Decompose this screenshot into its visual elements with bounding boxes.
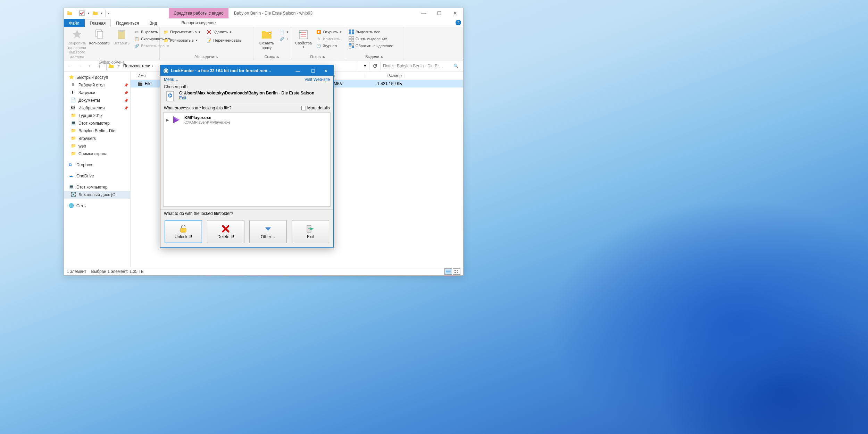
delete-button[interactable]: Delete It! <box>207 220 244 243</box>
qat-customize-icon[interactable]: ▾ <box>108 12 109 15</box>
folder-copy-icon: 📁 <box>163 37 169 43</box>
process-row[interactable]: ▶ KMPlayer.exe C:\KMPlayer\KMPlayer.exe <box>164 113 330 127</box>
copy-button[interactable]: Копировать <box>88 28 110 45</box>
item-count: 1 элемент <box>67 269 86 274</box>
tab-view[interactable]: Вид <box>144 19 162 27</box>
chevron-right-icon[interactable]: › <box>152 64 153 68</box>
pin-to-quick-access-button[interactable]: Закрепить на панели быстрого доступа <box>66 28 88 59</box>
exit-button[interactable]: Exit <box>292 220 329 243</box>
lockhunter-menubar: Menu… Visit Web-site <box>160 76 333 83</box>
folder-small-icon[interactable] <box>91 9 99 17</box>
edit-button[interactable]: ✎Изменить <box>315 35 343 42</box>
move-to-button[interactable]: 📁Переместить в ▼ <box>162 28 202 35</box>
lockhunter-title: LockHunter - a free 32 / 64 bit tool for… <box>171 68 288 73</box>
folder-move-icon: 📁 <box>163 29 169 35</box>
tab-file[interactable]: Файл <box>64 19 85 27</box>
kmplayer-icon <box>172 115 182 125</box>
nav-back-button[interactable]: ← <box>66 62 74 70</box>
nav-quick-access[interactable]: ⭐Быстрый доступ <box>64 74 130 81</box>
titlebar[interactable]: ▼ ▼ ▾ Средства работы с видео Babylon Be… <box>64 8 463 18</box>
ribbon-tabs: Файл Главная Поделиться Вид Воспроизведе… <box>64 18 463 27</box>
tab-playback[interactable]: Воспроизведение <box>169 19 228 27</box>
group-label-select: Выделить <box>347 54 401 59</box>
close-button[interactable]: ✕ <box>318 66 333 76</box>
search-input[interactable]: Поиск: Babylon Berlin - Die Er… 🔍 <box>381 62 461 70</box>
edit-path-link[interactable]: Edit <box>179 95 186 100</box>
checkbox-icon[interactable] <box>78 9 86 17</box>
close-button[interactable]: ✕ <box>447 8 463 18</box>
open-button[interactable]: Открыть ▼ <box>315 28 343 35</box>
details-view-button[interactable] <box>444 268 452 275</box>
chevron-down-icon[interactable]: ▼ <box>87 12 90 15</box>
contextual-tab-video[interactable]: Средства работы с видео <box>169 8 228 18</box>
easy-access-button[interactable]: 🔗▼ <box>278 35 290 42</box>
select-all-button[interactable]: Выделить все <box>347 28 395 35</box>
status-bar: 1 элемент Выбран 1 элемент: 1,35 ГБ <box>64 267 463 275</box>
history-button[interactable]: 🕑Журнал <box>315 42 343 49</box>
nav-folder[interactable]: 📁Babylon Berlin - Die <box>64 127 130 135</box>
nav-folder[interactable]: 📁web <box>64 142 130 150</box>
app-icon <box>163 68 169 74</box>
desktop-icon: 🖥 <box>71 82 76 88</box>
nav-forward-button[interactable]: → <box>76 62 84 70</box>
nav-folder[interactable]: 📁Снимки экрана <box>64 150 130 158</box>
minimize-button[interactable]: — <box>415 8 431 18</box>
folder-icon: 📁 <box>71 136 76 141</box>
folder-icon <box>66 9 74 17</box>
unlock-button[interactable]: Unlock It! <box>165 220 202 243</box>
nav-dropbox[interactable]: ⧉Dropbox <box>64 161 130 169</box>
process-list[interactable]: ▶ KMPlayer.exe C:\KMPlayer\KMPlayer.exe <box>163 112 331 207</box>
invert-selection-button[interactable]: Обратить выделение <box>347 42 395 49</box>
navigation-pane[interactable]: ⭐Быстрый доступ 🖥Рабочий стол📌 ⬇Загрузки… <box>64 72 131 267</box>
question-row: What processes are locking this file? Mo… <box>160 104 333 112</box>
more-details-checkbox[interactable]: More details <box>301 106 330 110</box>
nav-documents[interactable]: 📄Документы📌 <box>64 97 130 104</box>
nav-onedrive[interactable]: ☁OneDrive <box>64 172 130 180</box>
icons-view-button[interactable] <box>453 268 460 275</box>
website-link[interactable]: Visit Web-site <box>304 77 330 82</box>
select-none-button[interactable]: Снять выделение <box>347 35 395 42</box>
properties-icon <box>298 29 309 40</box>
expand-icon[interactable]: ▶ <box>166 118 169 122</box>
downloads-icon: ⬇ <box>71 90 76 95</box>
pin-icon: 📌 <box>124 91 128 95</box>
nav-desktop[interactable]: 🖥Рабочий стол📌 <box>64 81 130 89</box>
copy-to-button[interactable]: 📁Копировать в ▼ <box>162 37 202 44</box>
chevron-down-icon[interactable]: ▼ <box>100 12 103 15</box>
lockhunter-titlebar[interactable]: LockHunter - a free 32 / 64 bit tool for… <box>160 66 333 76</box>
nav-recent-button[interactable]: ▼ <box>85 62 94 70</box>
nav-downloads[interactable]: ⬇Загрузки📌 <box>64 89 130 97</box>
delete-button[interactable]: Удалить ▼ <box>205 28 243 35</box>
select-all-icon <box>349 29 354 35</box>
refresh-button[interactable] <box>371 62 379 70</box>
breadcrumb-users[interactable]: Пользователи <box>122 64 152 68</box>
nav-local-disk[interactable]: 💽Локальный диск (C <box>64 191 130 199</box>
menu-link[interactable]: Menu… <box>164 77 178 82</box>
maximize-button[interactable]: ☐ <box>431 8 447 18</box>
group-label-organize: Упорядочить <box>162 54 251 59</box>
new-item-button[interactable]: 📄▼ <box>278 28 290 35</box>
tab-home[interactable]: Главная <box>85 19 111 27</box>
other-button[interactable]: Other… <box>249 220 287 243</box>
tab-share[interactable]: Поделиться <box>111 19 144 27</box>
nav-folder[interactable]: 📁Турция 2017 <box>64 112 130 119</box>
nav-pictures[interactable]: 🖼Изображения📌 <box>64 104 130 112</box>
nav-up-button[interactable]: ↑ <box>95 62 103 70</box>
help-icon[interactable]: ? <box>456 20 461 25</box>
open-icon <box>316 29 322 35</box>
address-dropdown-button[interactable]: ▼ <box>361 62 369 70</box>
nav-folder[interactable]: 📁Browsers <box>64 135 130 142</box>
col-size[interactable]: Размер <box>365 73 405 78</box>
nav-this-pc[interactable]: 💻Этот компьютер <box>64 119 130 127</box>
rename-button[interactable]: 📝Переименовать <box>205 37 243 44</box>
nav-this-pc-root[interactable]: 💻Этот компьютер <box>64 183 130 191</box>
copy-icon <box>94 29 105 40</box>
new-folder-button[interactable]: Создать папку <box>256 28 278 50</box>
paste-button[interactable]: Вставить <box>110 28 133 45</box>
breadcrumb-back[interactable]: « <box>116 64 122 68</box>
minimize-button[interactable]: — <box>290 66 306 76</box>
svg-rect-10 <box>352 30 354 32</box>
rename-icon: 📝 <box>206 37 212 43</box>
properties-button[interactable]: Свойства▼ <box>292 28 315 49</box>
nav-network[interactable]: 🌐Сеть <box>64 202 130 210</box>
